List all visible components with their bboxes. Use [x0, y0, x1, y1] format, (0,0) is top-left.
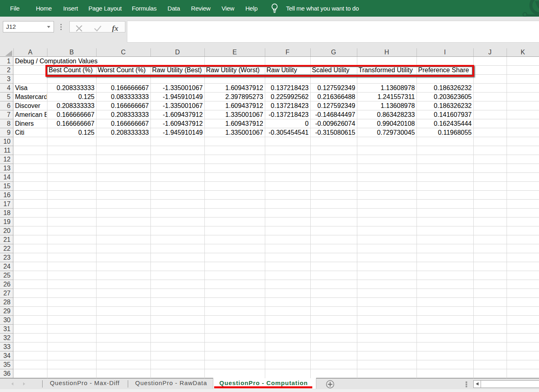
- svg-text:fx: fx: [112, 24, 118, 32]
